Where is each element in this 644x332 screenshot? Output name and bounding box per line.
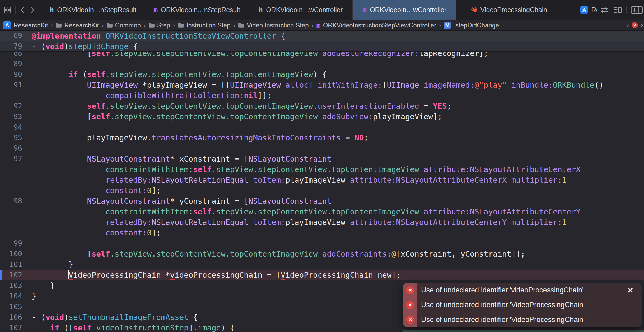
breadcrumb-item[interactable]: Video Instruction Step [238,22,309,29]
breadcrumb-separator: › [143,22,146,29]
code-line-91[interactable]: 91 UIImageView *playImageView = [[UIImag… [0,80,644,90]
code-line-96[interactable]: 96 [0,143,644,154]
code-line-wrap[interactable]: constant:0]; [0,185,644,196]
related-items-icon[interactable] [600,6,609,14]
code-line-wrap[interactable]: relatedBy:NSLayoutRelationEqual toItem:p… [0,175,644,185]
line-number: 97 [0,154,26,164]
line-number: 79 [0,41,26,51]
code-text[interactable]: relatedBy:NSLayoutRelationEqual toItem:p… [26,217,644,227]
tab-5[interactable]: VideoProcessingChain [456,0,560,20]
code-text[interactable]: @implementation ORKVideoInstructionStepV… [26,31,644,41]
code-text[interactable]: constraintWithItem:self.stepView.stepCon… [26,164,644,175]
code-text[interactable] [26,122,644,132]
code-text[interactable]: compatibleWithTraitCollection:nil]]; [26,90,644,101]
code-text[interactable] [26,59,644,69]
code-text[interactable]: self.stepView.stepContentView.topContent… [26,101,644,111]
line-number [0,175,26,185]
error-badge-icon[interactable]: × [632,22,638,28]
code-text[interactable]: NSLayoutConstraint* xConstraint = [NSLay… [26,154,644,164]
code-line-95[interactable]: 95 playImageView.translatesAutoresizingM… [0,132,644,143]
close-icon[interactable]: × [627,286,634,294]
breadcrumb-label: ResearchKit [64,22,99,29]
breadcrumb-label: Common [115,22,141,29]
line-number: 98 [0,196,26,206]
breadcrumb-item[interactable]: M-stepDidChange [444,22,499,29]
code-text[interactable]: if (self.stepView.stepContentView.topCon… [26,69,644,80]
code-line-90[interactable]: 90 if (self.stepView.stepContentView.top… [0,69,644,80]
line-number: 102 [0,270,26,280]
breadcrumb-item[interactable]: AResearchKit [3,21,48,29]
code-line-102[interactable]: 102 VideoProcessingChain *videoProcessin… [0,270,644,280]
code-text[interactable]: - (void)stepDidChange { [26,41,644,51]
code-line-wrap[interactable]: compatibleWithTraitCollection:nil]]; [0,90,644,101]
code-line-wrap[interactable]: constraintWithItem:self.stepView.stepCon… [0,206,644,217]
back-chevron-icon[interactable] [19,6,26,14]
code-line-wrap[interactable]: constraintWithItem:self.stepView.stepCon… [0,164,644,175]
tab-3[interactable]: hORKVideoIn…wController [249,0,353,20]
line-number: 104 [0,291,26,301]
tab-4-active[interactable]: mORKVideoIn…wController [353,0,456,20]
tab-2[interactable]: mORKVideoIn…nStepResult [145,0,249,20]
code-text[interactable] [26,143,644,154]
code-line-97[interactable]: 97 NSLayoutConstraint* xConstraint = [NS… [0,154,644,164]
code-line-69[interactable]: 69@implementation ORKVideoInstructionSte… [0,31,644,41]
project-app-icon: A [3,21,11,29]
code-text[interactable]: } [26,259,644,270]
code-text[interactable]: playImageView.translatesAutoresizingMask… [26,132,644,143]
tab-overview-icon[interactable] [4,6,12,14]
line-number [0,164,26,175]
add-editor-icon[interactable] [631,6,643,14]
code-line-wrap[interactable]: constant:0]; [0,227,644,238]
method-symbol-icon: M [444,22,451,29]
code-line-98[interactable]: 98 NSLayoutConstraint* yConstraint = [NS… [0,196,644,206]
error-item[interactable]: ×Use of undeclared identifier 'videoProc… [403,283,642,298]
code-text[interactable]: constant:0]; [26,227,644,238]
code-text[interactable] [26,238,644,249]
breadcrumb-item[interactable]: Step [148,22,170,29]
line-number: 106 [0,312,26,322]
code-text[interactable]: constraintWithItem:self.stepView.stepCon… [26,206,644,217]
code-text[interactable]: [self.stepView.stepContentView.topConten… [26,249,644,259]
code-line-94[interactable]: 94 [0,122,644,132]
line-number: 92 [0,101,26,111]
error-item[interactable]: ×Use of undeclared identifier 'VideoProc… [403,298,642,312]
previous-issue-chevron[interactable]: ‹ [626,21,629,29]
breadcrumb-item[interactable]: ResearchKit [55,22,99,29]
sticky-scope-headers: 69@implementation ORKVideoInstructionSte… [0,31,644,52]
divider [15,6,16,14]
code-line-93[interactable]: 93 [self.stepView.stepContentView.topCon… [0,111,644,122]
implementation-file-icon: m [362,6,367,13]
line-number [0,227,26,238]
code-line-100[interactable]: 100 [self.stepView.stepContentView.topCo… [0,249,644,259]
code-text[interactable]: VideoProcessingChain *videoProcessingCha… [26,270,644,280]
code-line-wrap[interactable]: relatedBy:NSLayoutRelationEqual toItem:p… [0,217,644,227]
code-text[interactable]: NSLayoutConstraint* yConstraint = [NSLay… [26,196,644,206]
next-issue-chevron[interactable]: › [640,21,643,29]
code-text[interactable]: [self.stepView.stepContentView.topConten… [26,111,644,122]
editor-layout-icon[interactable] [613,6,622,14]
code-line-99[interactable]: 99 [0,238,644,249]
tab-label: VideoProcessingChain [480,6,547,14]
forward-chevron-icon[interactable] [29,6,36,14]
code-text[interactable]: UIImageView *playImageView = [[UIImageVi… [26,80,644,90]
code-text[interactable]: constant:0]; [26,185,644,196]
code-line-89[interactable]: 89 [0,59,644,69]
line-number: 100 [0,249,26,259]
issue-navigator-controls: ‹ × › [626,20,643,30]
code-editor[interactable]: 88 [self.stepView.stepContentView.topCon… [0,31,644,332]
line-number: 101 [0,259,26,270]
tab-1[interactable]: hORKVideoIn…nStepResult [41,0,145,20]
breadcrumb-item[interactable]: Instruction Step [178,22,231,29]
code-line-92[interactable]: 92 self.stepView.stepContentView.topCont… [0,101,644,111]
code-line-101[interactable]: 101 } [0,259,644,270]
breadcrumb-item[interactable]: Common [106,22,141,29]
jump-bar: AResearchKit›ResearchKit›Common›Step›Ins… [0,20,644,31]
code-text[interactable]: relatedBy:NSLayoutRelationEqual toItem:p… [26,175,644,185]
bottom-strip [403,330,644,332]
breadcrumb-item[interactable]: mORKVideoInstructionStepViewController [316,22,436,29]
tab-label: ORKVideoIn…nStepResult [57,6,136,14]
error-item[interactable]: ×Use of undeclared identifier 'VideoProc… [403,312,642,327]
code-line-79[interactable]: 79- (void)stepDidChange { [0,41,644,52]
tab-bar-left-controls [0,0,41,20]
line-number: 95 [0,132,26,143]
